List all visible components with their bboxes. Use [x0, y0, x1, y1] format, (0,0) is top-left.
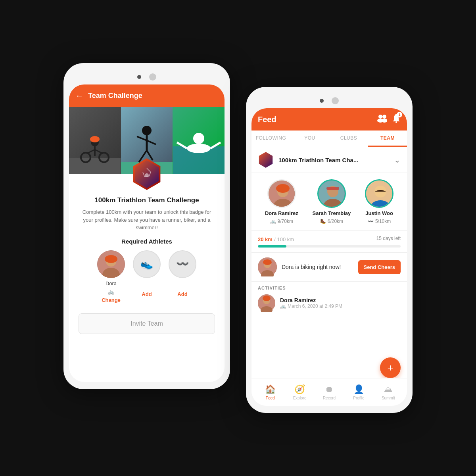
activities-label: ACTIVITIES — [258, 286, 401, 290]
nav-explore-label: Explore — [293, 396, 307, 400]
progress-done: 20 km — [258, 236, 273, 242]
live-activity-text: Dora is biking right now! — [282, 264, 353, 270]
nav-summit[interactable]: ⛰ Summit — [374, 384, 403, 400]
runner-avatar-empty: 👟 — [133, 250, 161, 278]
feed-title: Feed — [258, 115, 276, 124]
activity-item: Dora Ramirez 🚲 March 6, 2020 at 2:49 PM — [258, 294, 401, 312]
svg-rect-37 — [326, 187, 339, 190]
dora-name: Dora — [106, 280, 117, 286]
nav-profile[interactable]: 👤 Profile — [344, 384, 373, 400]
notification-badge: 1 — [397, 112, 402, 117]
swim-icon: 〰️ — [368, 219, 374, 224]
justin-stat: 〰️ 5/10km — [368, 219, 391, 224]
activities-section: ACTIVITIES Dora Ramirez — [251, 282, 407, 314]
svg-line-12 — [147, 140, 156, 144]
left-camera — [137, 75, 141, 79]
svg-point-25 — [378, 115, 382, 119]
left-speaker — [149, 73, 156, 81]
notification-icon-btn[interactable]: 1 — [392, 113, 401, 125]
athlete-dora: Dora 🚲 Change — [97, 250, 125, 303]
dora-stat: 🚲 9/70km — [270, 219, 293, 224]
nav-explore[interactable]: 🧭 Explore — [285, 384, 314, 400]
progress-text: 20 km / 100 km — [258, 236, 294, 243]
left-phone-inner: ← Team Challenge — [69, 84, 225, 382]
challenge-content: 100km Triathlon Team Challenge Complete … — [69, 190, 225, 340]
svg-point-24 — [105, 255, 117, 263]
live-avatar — [258, 257, 277, 276]
right-phone-inner: Feed — [251, 108, 407, 406]
fab-add-button[interactable]: + — [380, 357, 401, 378]
activity-info: Dora Ramirez 🚲 March 6, 2020 at 2:49 PM — [280, 297, 401, 309]
athlete-swimmer-slot: 〰️ 〰 Add — [169, 250, 196, 303]
svg-point-33 — [276, 184, 290, 193]
svg-point-26 — [382, 115, 386, 119]
challenge-badge — [69, 158, 225, 190]
tab-team[interactable]: TEAM — [368, 131, 407, 147]
tab-following[interactable]: FOLLOWING — [251, 131, 290, 147]
member-dora: Dora Ramirez 🚲 9/70km — [265, 179, 298, 224]
member-sarah: Sarah Tremblay 🥾 6/20km — [312, 179, 351, 224]
svg-point-29 — [395, 121, 397, 123]
challenge-row-name: 100km Triathlon Team Cha... — [278, 157, 389, 163]
right-phone: Feed — [246, 87, 413, 413]
member-justin: Justin Woo 〰️ 5/10km — [365, 179, 393, 224]
dora-member-avatar[interactable] — [267, 179, 296, 208]
right-phone-top — [251, 94, 407, 108]
scene: ← Team Challenge — [20, 63, 456, 413]
invite-team-button[interactable]: Invite Team — [79, 313, 215, 334]
sarah-name: Sarah Tremblay — [312, 210, 351, 216]
challenge-title: 100km Triathlon Team Challenge — [79, 196, 215, 204]
sarah-stat: 🥾 6/20km — [320, 219, 343, 224]
profile-icon: 👤 — [353, 384, 364, 395]
progress-bar-fill — [258, 245, 286, 248]
dora-avatar — [97, 250, 125, 278]
hexagon-badge — [131, 158, 163, 190]
right-header: Feed — [251, 108, 407, 131]
team-members: Dora Ramirez 🚲 9/70km — [251, 173, 407, 231]
right-speaker — [332, 97, 339, 104]
header-icons: 1 — [377, 113, 401, 125]
justin-name: Justin Woo — [365, 210, 393, 216]
summit-icon: ⛰ — [384, 384, 393, 395]
justin-member-avatar[interactable] — [365, 179, 393, 208]
left-header-title: Team Challenge — [88, 92, 142, 100]
swimmer-avatar-empty: 〰️ — [169, 250, 196, 278]
progress-total: / 100 km — [274, 236, 294, 242]
group-icon-btn[interactable] — [377, 114, 387, 125]
progress-bar — [258, 245, 401, 248]
left-phone: ← Team Challenge — [63, 63, 230, 389]
svg-point-17 — [187, 144, 211, 153]
tab-you[interactable]: YOU — [290, 131, 329, 147]
activity-person-name: Dora Ramirez — [280, 297, 401, 303]
back-button[interactable]: ← — [75, 91, 83, 100]
send-cheers-button[interactable]: Send Cheers — [358, 260, 401, 274]
feed-home-icon: 🏠 — [265, 384, 276, 395]
nav-summit-label: Summit — [382, 396, 395, 400]
activity-bike-icon: 🚲 — [280, 303, 286, 309]
challenge-row[interactable]: 100km Triathlon Team Cha... ⌄ — [251, 147, 407, 173]
nav-feed-label: Feed — [266, 396, 275, 400]
athletes-row: Dora 🚲 Change 👟 🚲 Add — [79, 250, 215, 303]
challenge-description: Complete 100km with your team to unlock … — [79, 208, 215, 232]
challenge-hex-icon — [258, 152, 274, 168]
svg-point-9 — [142, 126, 152, 135]
bike-icon: 🚲 — [270, 219, 276, 224]
svg-point-20 — [145, 173, 149, 177]
left-scroll: 100km Triathlon Team Challenge Complete … — [69, 107, 225, 382]
nav-record[interactable]: ⏺ Record — [315, 384, 344, 400]
sarah-member-avatar[interactable] — [317, 179, 346, 208]
svg-line-11 — [137, 136, 147, 140]
svg-point-44 — [263, 259, 272, 265]
tab-clubs[interactable]: CLUBS — [329, 131, 368, 147]
left-header: ← Team Challenge — [69, 84, 225, 107]
run-icon: 🥾 — [320, 219, 326, 224]
record-icon: ⏺ — [325, 384, 334, 395]
add-runner-btn[interactable]: Add — [142, 291, 152, 297]
nav-profile-label: Profile — [353, 396, 364, 400]
live-activity: Dora is biking right now! Send Cheers — [251, 253, 407, 282]
progress-section: 20 km / 100 km 15 days left — [251, 231, 407, 253]
chevron-down-icon[interactable]: ⌄ — [394, 155, 401, 165]
nav-feed[interactable]: 🏠 Feed — [255, 384, 285, 400]
add-swimmer-btn[interactable]: Add — [177, 291, 187, 297]
dora-change-btn[interactable]: Change — [102, 297, 121, 303]
